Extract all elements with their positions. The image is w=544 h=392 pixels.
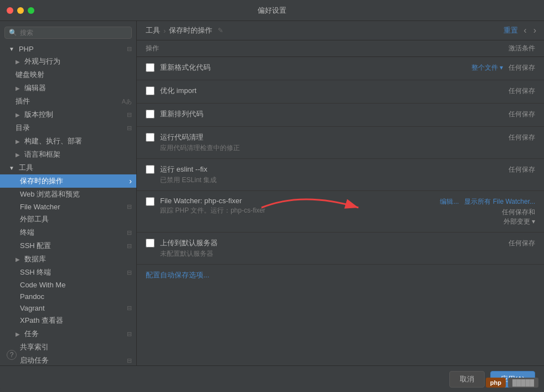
sidebar-item-build[interactable]: ▶ 构建、执行、部署 [0,135,136,148]
expand-arrow-icon: ▶ [16,152,20,158]
row-trigger: 任何保存 [424,110,535,119]
sidebar-item-terminal[interactable]: 终端 ⊟ [0,226,136,239]
expand-arrow-icon: ▶ [16,59,20,65]
row-title: File Watcher: php-cs-fixer [160,197,242,205]
plugin-icon: Aあ [122,97,132,106]
sidebar-item-database[interactable]: ▶ 数据库 [0,252,136,266]
sidebar-item-vagrant[interactable]: Vagrant ⊟ [0,302,136,314]
sidebar-item-lang[interactable]: ▶ 语言和框架 [0,148,136,161]
maximize-button[interactable] [28,7,34,14]
col-header-trigger: 激活条件 [424,44,535,53]
sidebar-item-tasks[interactable]: ▶ 任务 ⊟ [0,327,136,341]
vagrant-icon: ⊟ [127,305,132,312]
sidebar-item-shared-index[interactable]: 共享索引 [0,341,136,354]
table-row: 重新排列代码 任何保存 [137,104,544,127]
row-content: 重新格式化代码 [160,63,424,73]
search-input[interactable] [20,29,127,37]
sidebar-item-plugins[interactable]: 插件 Aあ [0,95,136,108]
breadcrumb: 工具 › 保存时的操作 ✎ 重置 ‹ › [137,21,544,40]
table-row: 优化 import 任何保存 [137,80,544,104]
rearrange-checkbox[interactable] [146,110,155,118]
sidebar-item-appearance[interactable]: ▶ 外观与行为 [0,55,136,68]
trigger-label-2: 外部变更 [504,218,530,225]
sidebar-item-vcs[interactable]: ▶ 版本控制 ⊟ [0,108,136,121]
upload-checkbox[interactable] [146,239,155,247]
ssh-terminal-icon: ⊟ [127,269,132,276]
row-content: 运行 eslint --fix 已禁用 ESLint 集成 [160,164,424,185]
expand-arrow-icon: ▶ [16,331,20,337]
breadcrumb-parent: 工具 [146,25,160,35]
nav-back-button[interactable]: ‹ [522,25,527,35]
ssh-config-icon: ⊟ [127,243,132,250]
trigger-scope-link[interactable]: 整个文件 ▾ [471,64,503,71]
trigger-links: 编辑... 显示所有 File Watcher... [440,197,535,207]
table-row: 运行 eslint --fix 已禁用 ESLint 集成 任何保存 [137,159,544,191]
table-row: File Watcher: php-cs-fixer 跟踪 PHP 文件。运行：… [137,191,544,233]
sidebar-item-web-browser[interactable]: Web 浏览器和预览 [0,188,136,201]
edit-icon[interactable]: ✎ [218,27,223,34]
sync-icon: ⊟ [127,45,132,53]
window-title: 偏好设置 [258,6,286,16]
sidebar-item-save-actions[interactable]: 保存时的操作 › [0,174,136,188]
expand-arrow-icon: ▶ [16,256,20,262]
php-cs-fixer-checkbox[interactable] [146,197,155,206]
php-badge-extra: █████ [508,378,538,388]
sidebar-item-ssh-config[interactable]: SSH 配置 ⊟ [0,239,136,252]
sidebar-item-php[interactable]: ▼ PHP ⊟ [0,43,136,55]
sidebar-item-file-watcher[interactable]: File Watcher ⊟ [0,201,136,213]
minimize-button[interactable] [17,7,24,14]
sidebar-item-code-with-me[interactable]: Code With Me [0,279,136,291]
row-trigger-section: 编辑... 显示所有 File Watcher... 任何保存和 外部变更 ▾ [380,197,535,226]
sidebar: 🔍 ▼ PHP ⊟ ▶ 外观与行为 键盘映射 [0,21,137,392]
table-header: 操作 激活条件 [137,40,544,57]
dropdown-icon[interactable]: ▾ [532,218,535,225]
sidebar-item-pandoc[interactable]: Pandoc [0,291,136,302]
help-button[interactable]: ? [7,350,17,360]
expand-arrow-icon: ▼ [9,46,14,52]
fw-icon: ⊟ [127,203,132,210]
trigger-label: 任何保存 [509,133,535,141]
expand-arrow-icon: ▶ [16,112,20,118]
trigger-label-multi: 任何保存和 外部变更 ▾ [502,208,535,226]
row-content: 优化 import [160,86,424,96]
reset-button[interactable]: 重置 [504,25,518,35]
cancel-button[interactable]: 取消 [449,371,485,388]
breadcrumb-actions: 重置 ‹ › [504,25,537,35]
active-indicator-icon: › [129,177,132,185]
row-trigger: 整个文件 ▾ 任何保存 [424,63,535,73]
trigger-label: 任何保存 [509,64,535,71]
reformat-checkbox[interactable] [146,63,155,72]
sidebar-item-keymap[interactable]: 键盘映射 [0,68,136,81]
search-box[interactable]: 🔍 [4,27,132,39]
trigger-label: 任何保存和 [502,208,535,216]
col-header-action: 操作 [146,44,424,53]
nav-forward-button[interactable]: › [532,25,537,35]
row-title: 优化 import [160,86,197,95]
expand-arrow-icon: ▶ [16,85,20,91]
row-trigger: 任何保存 [424,165,535,174]
sidebar-item-editor[interactable]: ▶ 编辑器 [0,81,136,95]
sidebar-item-ssh-terminal[interactable]: SSH 终端 ⊟ [0,266,136,279]
show-all-file-watchers-link[interactable]: 显示所有 File Watcher... [464,198,535,205]
config-auto-save-link[interactable]: 配置自动保存选项... [137,265,544,286]
row-content: 运行代码清理 应用代码清理检查中的修正 [160,132,424,153]
sidebar-item-external-tools[interactable]: 外部工具 [0,213,136,226]
eslint-fix-checkbox[interactable] [146,165,155,174]
sidebar-item-xpath[interactable]: XPath 查看器 [0,314,136,327]
close-button[interactable] [7,7,13,14]
bottom-bar: 取消 应用(A) php █████ [0,365,544,392]
sidebar-item-directory[interactable]: 目录 ⊟ [0,121,136,135]
trigger-label: 任何保存 [509,110,535,118]
startup-icon: ⊟ [127,357,132,364]
titlebar: 偏好设置 [0,0,544,21]
row-title: 上传到默认服务器 [160,239,218,247]
sidebar-item-tools[interactable]: ▼ 工具 [0,161,136,174]
dir-icon: ⊟ [127,125,132,132]
row-title: 运行代码清理 [160,133,203,141]
row-title: 重新排列代码 [160,110,203,118]
edit-file-watcher-link[interactable]: 编辑... [440,198,459,205]
table-row: 运行代码清理 应用代码清理检查中的修正 任何保存 [137,127,544,159]
row-subtitle: 未配置默认服务器 [160,249,424,259]
code-cleanup-checkbox[interactable] [146,133,155,142]
optimize-import-checkbox[interactable] [146,86,155,95]
